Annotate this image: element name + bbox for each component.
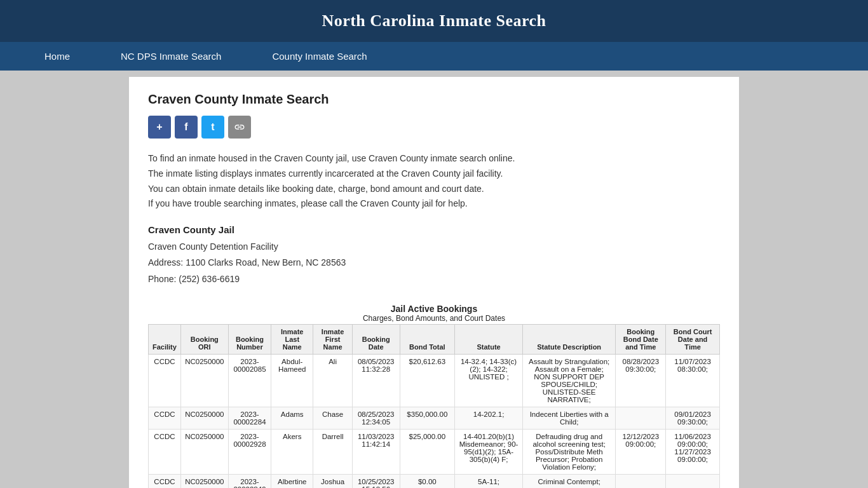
- col-facility: Facility: [149, 324, 181, 354]
- table-cell: Akers: [271, 429, 313, 474]
- table-cell: 2023-00002085: [228, 354, 271, 407]
- table-row: CCDCNC02500002023-00002085Abdul-HameedAl…: [149, 354, 720, 407]
- nav-county-search[interactable]: County Inmate Search: [247, 42, 392, 71]
- nav-dps-search[interactable]: NC DPS Inmate Search: [95, 42, 247, 71]
- table-body: CCDCNC02500002023-00002085Abdul-HameedAl…: [149, 354, 720, 488]
- nav-home[interactable]: Home: [19, 42, 95, 71]
- jail-address: Address: 1100 Clarks Road, New Bern, NC …: [148, 255, 720, 271]
- description-block: To find an inmate housed in the Craven C…: [148, 151, 720, 212]
- jail-facility: Craven County Detention Facility: [148, 239, 720, 255]
- col-last-name: Inmate Last Name: [271, 324, 313, 354]
- table-cell: NC0250000: [180, 354, 228, 407]
- jail-phone: Phone: (252) 636-6619: [148, 271, 720, 287]
- table-cell: $25,000.00: [400, 429, 455, 474]
- table-cell: 2023-00002928: [228, 429, 271, 474]
- table-cell: 08/28/2023 09:30:00;: [616, 354, 666, 407]
- table-cell: 11/06/2023 09:00:00; 11/27/2023 09:00:00…: [666, 429, 720, 474]
- desc-line-1: To find an inmate housed in the Craven C…: [148, 151, 720, 166]
- main-nav: Home NC DPS Inmate Search County Inmate …: [0, 42, 868, 71]
- table-cell: $350,000.00: [400, 407, 455, 429]
- col-statute: Statute: [455, 324, 523, 354]
- site-header: North Carolina Inmate Search: [0, 0, 868, 42]
- page-title: Craven County Inmate Search: [148, 92, 720, 107]
- table-cell: Ali: [313, 354, 353, 407]
- content-wrapper: Craven County Inmate Search + f t To fin…: [129, 77, 739, 488]
- table-row: CCDCNC02500002023-00002849AlbertineJoshu…: [149, 474, 720, 488]
- col-first-name: Inmate First Name: [313, 324, 353, 354]
- table-cell: 5A-11;: [455, 474, 523, 488]
- table-cell: Albertine: [271, 474, 313, 488]
- table-cell: NC0250000: [180, 407, 228, 429]
- jail-info: Craven County Jail Craven County Detenti…: [148, 224, 720, 287]
- jail-details: Craven County Detention Facility Address…: [148, 239, 720, 287]
- inmate-table: Jail Active Bookings Charges, Bond Amoun…: [148, 300, 720, 488]
- copy-link-button[interactable]: [228, 116, 251, 139]
- table-cell: 12/12/2023 09:00:00;: [616, 429, 666, 474]
- table-cell: $20,612.63: [400, 354, 455, 407]
- table-cell: 10/25/2023 15:18:56: [352, 474, 400, 488]
- social-icons: + f t: [148, 116, 720, 139]
- site-title: North Carolina Inmate Search: [6, 11, 862, 30]
- table-cell: $0.00: [400, 474, 455, 488]
- share-button[interactable]: +: [148, 116, 171, 139]
- table-cell: CCDC: [149, 407, 181, 429]
- table-cell: 09/01/2023 09:30:00;: [666, 407, 720, 429]
- col-booking-bond-date: Booking Bond Date and Time: [616, 324, 666, 354]
- table-cell: CCDC: [149, 429, 181, 474]
- table-cell: Chase: [313, 407, 353, 429]
- table-cell: 08/05/2023 11:32:28: [352, 354, 400, 407]
- table-cell: 08/25/2023 12:34:05: [352, 407, 400, 429]
- table-cell: [616, 407, 666, 429]
- col-bond-total: Bond Total: [400, 324, 455, 354]
- table-cell: [616, 474, 666, 488]
- table-cell: Defrauding drug and alcohol screening te…: [522, 429, 615, 474]
- col-court-date: Bond Court Date and Time: [666, 324, 720, 354]
- table-cell: [666, 474, 720, 488]
- table-cell: NC0250000: [180, 429, 228, 474]
- table-caption-sub: Charges, Bond Amounts, and Court Dates: [148, 314, 720, 323]
- table-cell: Criminal Contempt;: [522, 474, 615, 488]
- table-cell: 14-32.4; 14-33(c)(2); 14-322; UNLISTED ;: [455, 354, 523, 407]
- table-cell: CCDC: [149, 354, 181, 407]
- table-cell: 14-401.20(b)(1) Misdemeanor; 90-95(d1)(2…: [455, 429, 523, 474]
- table-cell: 2023-00002284: [228, 407, 271, 429]
- table-caption: Jail Active Bookings Charges, Bond Amoun…: [148, 300, 720, 324]
- col-booking-date: Booking Date: [352, 324, 400, 354]
- table-header: Facility Booking ORI Booking Number Inma…: [149, 324, 720, 354]
- twitter-button[interactable]: t: [201, 116, 224, 139]
- table-cell: 2023-00002849: [228, 474, 271, 488]
- table-row: CCDCNC02500002023-00002284AdamsChase08/2…: [149, 407, 720, 429]
- col-booking-num: Booking Number: [228, 324, 271, 354]
- table-cell: Assault by Strangulation; Assault on a F…: [522, 354, 615, 407]
- jail-title: Craven County Jail: [148, 224, 720, 235]
- col-ori: Booking ORI: [180, 324, 228, 354]
- inmate-table-container: Jail Active Bookings Charges, Bond Amoun…: [148, 300, 720, 488]
- table-row: CCDCNC02500002023-00002928AkersDarrell11…: [149, 429, 720, 474]
- desc-line-3: You can obtain inmate details like booki…: [148, 182, 720, 197]
- table-caption-main: Jail Active Bookings: [148, 304, 720, 314]
- table-cell: Joshua: [313, 474, 353, 488]
- table-cell: Darrell: [313, 429, 353, 474]
- desc-line-2: The inmate listing displays inmates curr…: [148, 166, 720, 182]
- link-icon: [234, 121, 245, 133]
- table-cell: NC0250000: [180, 474, 228, 488]
- table-cell: 11/03/2023 11:42:14: [352, 429, 400, 474]
- col-statute-desc: Statute Description: [522, 324, 615, 354]
- table-cell: 11/07/2023 08:30:00;: [666, 354, 720, 407]
- desc-line-4: If you have trouble searching inmates, p…: [148, 196, 720, 212]
- table-cell: 14-202.1;: [455, 407, 523, 429]
- table-cell: Indecent Liberties with a Child;: [522, 407, 615, 429]
- table-cell: CCDC: [149, 474, 181, 488]
- table-cell: Adams: [271, 407, 313, 429]
- table-cell: Abdul-Hameed: [271, 354, 313, 407]
- facebook-button[interactable]: f: [175, 116, 198, 139]
